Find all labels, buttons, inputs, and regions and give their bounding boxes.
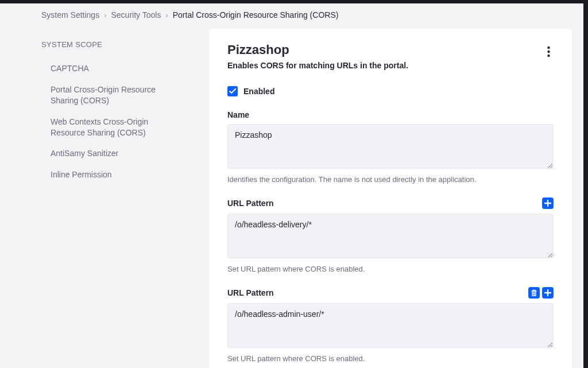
name-label: Name [227,110,249,119]
svg-point-2 [547,55,550,57]
main-panel: Pizzashop Enables CORS for matching URLs… [209,29,572,368]
name-field-group: Name Identifies the configuration. The n… [227,110,554,184]
main-header: Pizzashop Enables CORS for matching URLs… [227,42,554,70]
sidebar-group-title: SYSTEM SCOPE [41,40,181,49]
svg-point-1 [547,51,550,53]
enabled-label: Enabled [243,87,274,96]
actions-menu-button[interactable] [544,42,554,61]
vertical-ellipsis-icon [547,46,550,57]
right-dark-gutter [583,0,588,368]
sidebar-item-inline-permission[interactable]: Inline Permission [41,164,181,185]
breadcrumb: System Settings › Security Tools › Porta… [0,3,588,26]
add-url-pattern-button[interactable] [542,197,554,209]
delete-url-pattern-button[interactable] [528,287,540,299]
svg-point-0 [547,47,550,49]
breadcrumb-item-current: Portal Cross-Origin Resource Sharing (CO… [173,10,339,20]
name-input[interactable] [227,124,554,169]
breadcrumb-item-security-tools[interactable]: Security Tools [111,10,161,20]
sidebar-item-captcha[interactable]: CAPTCHA [41,58,181,79]
url-pattern-field-group-0: URL Pattern Set URL pattern where CORS i… [227,197,554,273]
plus-icon [544,289,551,296]
trash-icon [531,289,537,296]
chevron-right-icon: › [165,11,168,20]
url-pattern-field-group-1: URL Pattern Set URL pattern where CO [227,287,554,363]
plus-icon [544,200,551,207]
sidebar: SYSTEM SCOPE CAPTCHA Portal Cross-Origin… [0,26,195,368]
url-pattern-helper-0: Set URL pattern where CORS is enabled. [227,265,554,273]
enabled-row: Enabled [227,86,554,96]
add-url-pattern-button[interactable] [542,287,554,299]
page-title: Pizzashop [227,42,408,57]
breadcrumb-item-system-settings[interactable]: System Settings [41,10,99,20]
name-helper-text: Identifies the configuration. The name i… [227,175,554,184]
url-pattern-helper-1: Set URL pattern where CORS is enabled. [227,354,554,363]
sidebar-item-portal-cors[interactable]: Portal Cross-Origin Resource Sharing (CO… [41,79,181,111]
sidebar-item-web-contexts-cors[interactable]: Web Contexts Cross-Origin Resource Shari… [41,111,181,144]
url-pattern-input-0[interactable] [227,214,554,258]
url-pattern-input-1[interactable] [227,303,554,348]
url-pattern-label: URL Pattern [227,199,274,208]
page-subtitle: Enables CORS for matching URLs in the po… [227,61,408,70]
enabled-checkbox[interactable] [227,86,238,96]
sidebar-item-antisamy[interactable]: AntiSamy Sanitizer [41,143,181,164]
chevron-right-icon: › [104,11,106,20]
check-icon [229,88,236,94]
url-pattern-label: URL Pattern [227,288,274,297]
